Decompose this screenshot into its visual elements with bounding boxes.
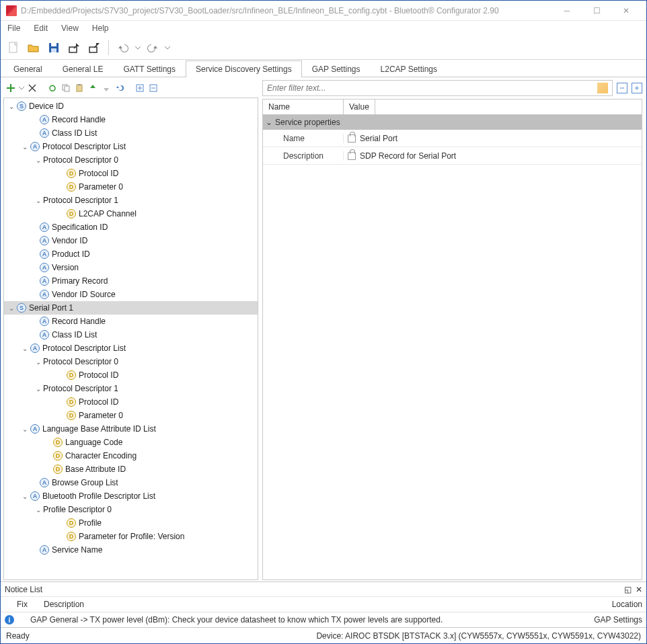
add-icon[interactable] [5,82,17,94]
tree-node[interactable]: AVersion [4,261,258,274]
tree-node[interactable]: AVendor ID Source [4,288,258,301]
redo-dropdown-icon[interactable] [164,39,171,56]
move-up-icon[interactable] [87,82,99,94]
tree-node[interactable]: DCharacter Encoding [4,449,258,462]
expand-all-icon[interactable] [134,82,146,94]
delete-icon[interactable] [26,82,38,94]
prop-row-name[interactable]: Name Serial Port [263,130,642,147]
close-button[interactable]: ✕ [611,1,641,20]
tree-node[interactable]: ⌄AProtocol Descriptor List [4,341,258,355]
notice-col-fix[interactable]: Fix [13,597,40,612]
notice-col-loc[interactable]: Location [586,597,646,612]
app-icon [6,5,17,16]
close-panel-icon[interactable]: ✕ [636,585,642,594]
new-icon[interactable] [5,39,22,56]
tree-node-serial-port-1[interactable]: ⌄SSerial Port 1 [4,301,258,315]
tree-node[interactable]: DProfile [4,516,258,530]
tree-node[interactable]: ⌄Protocol Descriptor 0 [4,355,258,368]
minimize-button[interactable]: ─ [552,1,582,20]
tree-node[interactable]: ⌄AProtocol Descriptor List [4,140,258,153]
tree-node[interactable]: AClass ID List [4,126,258,140]
maximize-button[interactable]: ☐ [582,1,611,20]
notice-col-desc[interactable]: Description [40,597,586,612]
undo-small-icon[interactable] [114,82,126,94]
tree-node[interactable]: ⌄Protocol Descriptor 0 [4,153,258,167]
propgrid-header-value[interactable]: Value [344,99,375,114]
tree-node[interactable]: DProtocol ID [4,395,258,409]
undock-icon[interactable]: ◱ [624,585,632,594]
lock-icon [348,134,356,143]
tree-node[interactable]: ABrowse Group List [4,476,258,489]
tree-node[interactable]: DParameter 0 [4,180,258,194]
tree-node[interactable]: ⌄Protocol Descriptor 1 [4,382,258,395]
property-grid: Name Value ⌄ Service properties Name Ser… [262,99,642,580]
chevron-down-icon[interactable]: ⌄ [264,118,274,127]
tree-node[interactable]: DProtocol ID [4,167,258,180]
notice-title: Notice List [5,585,42,594]
prop-category[interactable]: ⌄ Service properties [263,115,642,130]
menu-edit[interactable]: Edit [31,22,50,34]
undo-icon[interactable] [114,39,132,56]
tree-node[interactable]: AService Name [4,543,258,557]
add-dropdown-icon[interactable] [18,82,25,94]
tree-node[interactable]: ARecord Handle [4,113,258,126]
propgrid-header-name[interactable]: Name [263,99,344,114]
tab-service-discovery-settings[interactable]: Service Discovery Settings [186,61,302,77]
open-icon[interactable] [25,39,42,56]
collapse-props-icon[interactable] [617,83,627,93]
tree-node-device-id[interactable]: ⌄SDevice ID [4,99,258,113]
tree-node[interactable]: AProduct ID [4,247,258,261]
right-pane: Name Value ⌄ Service properties Name Ser… [260,77,646,581]
copy-icon[interactable] [60,82,72,94]
prop-row-description[interactable]: Description SDP Record for Serial Port [263,147,642,165]
info-icon: i [5,615,14,625]
import-icon[interactable] [65,39,83,56]
redo-icon[interactable] [144,39,161,56]
lock-icon [348,152,356,160]
export-icon[interactable] [85,39,103,56]
svg-rect-8 [77,85,82,91]
menu-view[interactable]: View [59,22,81,34]
tab-gatt-settings[interactable]: GATT Settings [113,61,186,77]
undo-dropdown-icon[interactable] [135,39,141,56]
tab-bar: General General LE GATT Settings Service… [1,60,646,77]
expand-props-icon[interactable] [632,83,642,93]
eraser-icon[interactable] [597,83,608,93]
save-icon[interactable] [45,39,63,56]
tree-node[interactable]: DParameter 0 [4,409,258,422]
tree-node[interactable]: DBase Attribute ID [4,462,258,476]
tree-node[interactable]: ⌄ABluetooth Profile Descriptor List [4,489,258,503]
filter-input[interactable] [267,83,597,93]
collapse-all-icon[interactable] [147,82,159,94]
left-pane: ⌄SDevice ID ARecord Handle AClass ID Lis… [1,77,260,581]
tree-node[interactable]: APrimary Record [4,274,258,288]
tab-general-le[interactable]: General LE [52,61,114,77]
tree-node[interactable]: ⌄Profile Descriptor 0 [4,503,258,516]
sdp-tree[interactable]: ⌄SDevice ID ARecord Handle AClass ID Lis… [3,97,258,580]
notice-row[interactable]: i GAP General -> TX power level (dBm): C… [1,612,646,627]
menu-file[interactable]: File [5,22,23,34]
menu-help[interactable]: Help [89,22,112,34]
tree-node[interactable]: AVendor ID [4,234,258,247]
refresh-icon[interactable] [46,82,59,94]
tree-node[interactable]: DParameter for Profile: Version [4,530,258,543]
svg-rect-3 [51,48,56,52]
tree-node[interactable]: ⌄Protocol Descriptor 1 [4,194,258,207]
tab-l2cap-settings[interactable]: L2CAP Settings [371,61,448,77]
tree-node[interactable]: ARecord Handle [4,315,258,328]
tree-node[interactable]: DL2CAP Channel [4,207,258,220]
paste-icon[interactable] [73,82,85,94]
move-down-icon[interactable] [100,82,112,94]
tree-node[interactable]: DLanguage Code [4,436,258,449]
filter-box[interactable] [262,80,613,96]
status-device: Device: AIROC BTSDK [BTSTACK 3.x] (CYW55… [316,631,641,641]
tree-node[interactable]: AClass ID List [4,328,258,341]
tree-node[interactable]: ASpecification ID [4,220,258,234]
tab-gap-settings[interactable]: GAP Settings [302,61,371,77]
tree-node[interactable]: ⌄ALanguage Base Attribute ID List [4,422,258,436]
tab-general[interactable]: General [3,61,52,77]
window-title: D:/Embedded/Projects/S7V30_project/S7V30… [21,6,552,15]
propgrid-header: Name Value [263,99,642,115]
tree-node[interactable]: DProtocol ID [4,368,258,382]
content-area: ⌄SDevice ID ARecord Handle AClass ID Lis… [1,77,646,581]
